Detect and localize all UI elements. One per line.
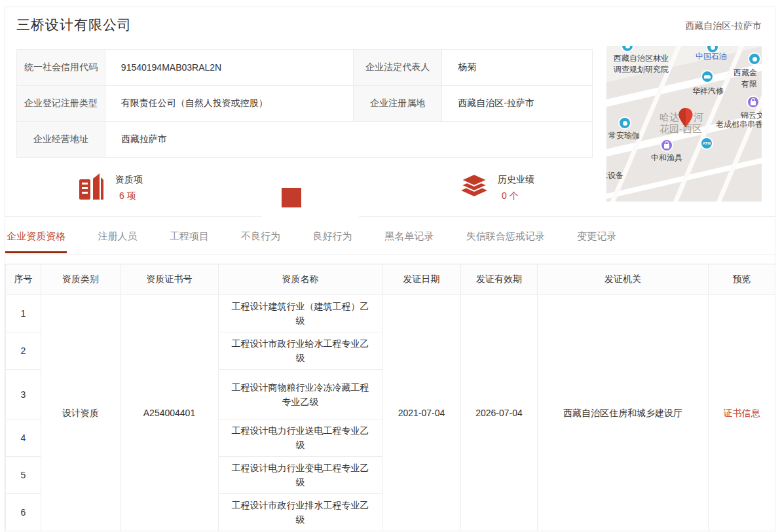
history-stat: 历史业绩 0 个 [498, 174, 534, 202]
col-preview: 预览 [709, 264, 775, 295]
seq-cell: 2 [6, 332, 41, 370]
legal-rep-label: 企业法定代表人 [354, 50, 442, 85]
info-row-1: 统一社会信用代码 91540194MAB03RAL2N 企业法定代表人 杨菊 [17, 50, 593, 86]
seq-cell: 6 [6, 494, 41, 531]
tab-change-records[interactable]: 变更记录 [576, 230, 618, 253]
map-poi-icon [748, 52, 761, 65]
qualification-stat-label: 资质项 [115, 174, 143, 186]
col-valid-until: 发证有效期 [461, 264, 538, 295]
table-header-row: 序号 资质类别 资质证书号 资质名称 发证日期 发证有效期 发证机关 预览 [6, 264, 775, 295]
tab-bad-behavior[interactable]: 不良行为 [240, 230, 282, 253]
qualification-stat: 资质项 6 项 [115, 174, 143, 202]
red-square-placeholder [282, 188, 301, 207]
reg-region-label: 企业注册属地 [354, 86, 442, 121]
map-label-fishing: 中和渔具 [651, 152, 682, 164]
building-icon [77, 171, 106, 204]
credit-code-value: 91540194MAB03RAL2N [105, 50, 354, 85]
tab-registered-personnel[interactable]: 注册人员 [96, 230, 138, 253]
category-cell: 设计资质 [41, 295, 121, 531]
qualification-table: 序号 资质类别 资质证书号 资质名称 发证日期 发证有效期 发证机关 预览 1 … [5, 264, 775, 531]
seq-cell: 4 [6, 419, 41, 457]
credit-code-label: 统一社会信用代码 [17, 50, 105, 85]
company-region: 西藏自治区-拉萨市 [685, 20, 762, 32]
atm-poi-icon: ATM [700, 137, 713, 150]
map-label-car-shop: 华祥汽修 [692, 86, 724, 97]
page-title: 三桥设计有限公司 [16, 16, 132, 34]
col-issue-date: 发证日期 [382, 264, 461, 295]
map-pin-icon [678, 108, 693, 130]
seq-cell: 3 [6, 370, 41, 419]
fishing-poi-icon [660, 139, 673, 152]
address-value: 西藏拉萨市 [105, 122, 593, 157]
yoga-poi-icon [618, 116, 631, 130]
car-poi-icon [701, 70, 714, 83]
qual-name-cell: 工程设计电力行业变电工程专业乙级 [219, 457, 382, 494]
map-label-yoga: 常安瑜伽 [608, 130, 640, 141]
tab-dishonesty-records[interactable]: 失信联合惩戒记录 [465, 230, 546, 253]
col-category: 资质类别 [41, 264, 121, 295]
qual-name-cell: 工程设计商物粮行业冷冻冷藏工程专业乙级 [219, 370, 382, 419]
reg-region-value: 西藏自治区-拉萨市 [442, 86, 593, 121]
qual-name-cell: 工程设计建筑行业（建筑工程）乙级 [219, 295, 382, 332]
issue-date-cell: 2021-07-04 [382, 295, 461, 531]
map-label-forestry: 西藏自治区林业 调查规划研究院 [614, 53, 669, 75]
map-label-petro: 中国石油 [696, 51, 727, 62]
history-stat-value: 0 个 [498, 190, 534, 202]
reg-type-label: 企业登记注册类型 [17, 86, 105, 121]
info-row-2: 企业登记注册类型 有限责任公司（自然人投资或控股） 企业注册属地 西藏自治区-拉… [17, 86, 593, 122]
valid-until-cell: 2026-07-04 [461, 295, 538, 531]
qual-name-cell: 工程设计市政行业排水工程专业乙级 [219, 494, 382, 531]
tab-projects[interactable]: 工程项目 [168, 230, 210, 253]
seq-cell: 1 [6, 295, 41, 332]
qual-name-cell: 工程设计市政行业给水工程专业乙级 [219, 332, 382, 370]
cert-no-cell: A254004401 [121, 295, 219, 531]
tab-qualifications[interactable]: 企业资质资格 [5, 230, 67, 253]
tab-bar: 企业资质资格 注册人员 工程项目 不良行为 良好行为 黑名单记录 失信联合惩戒记… [5, 230, 775, 255]
legal-rep-value: 杨菊 [442, 50, 593, 85]
map-label-chuanchuan: 老成都串串香 [716, 119, 762, 130]
tab-blacklist[interactable]: 黑名单记录 [383, 230, 435, 253]
authority-cell: 西藏自治区住房和城乡建设厅 [538, 295, 709, 531]
map-label-shebei: 水设备 [606, 170, 623, 181]
address-label: 企业经营地址 [17, 122, 105, 157]
reg-type-value: 有限责任公司（自然人投资或控股） [105, 86, 354, 121]
qualification-stat-value: 6 项 [115, 190, 143, 202]
section-divider-right [359, 216, 775, 217]
layers-icon [460, 173, 489, 203]
map-label-jin: 西藏金 有限 [734, 67, 757, 90]
table-row: 1 设计资质 A254004401 工程设计建筑行业（建筑工程）乙级 2021-… [6, 295, 775, 332]
company-info-table: 统一社会信用代码 91540194MAB03RAL2N 企业法定代表人 杨菊 企… [16, 49, 593, 158]
preview-cell: 证书信息 [709, 295, 775, 531]
qual-name-cell: 工程设计电力行业送电工程专业乙级 [219, 419, 382, 457]
col-seq: 序号 [6, 264, 41, 295]
history-stat-label: 历史业绩 [498, 174, 534, 186]
col-authority: 发证机关 [538, 264, 709, 295]
col-cert-no: 资质证书号 [121, 264, 219, 295]
section-divider-left [5, 216, 262, 217]
shop-poi-icon [747, 96, 760, 109]
seq-cell: 5 [6, 457, 41, 494]
certificate-info-link[interactable]: 证书信息 [724, 408, 760, 418]
tab-good-behavior[interactable]: 良好行为 [312, 230, 354, 253]
col-name: 资质名称 [219, 264, 382, 295]
info-row-3: 企业经营地址 西藏拉萨市 [17, 122, 593, 158]
location-map[interactable]: 西藏自治区林业 调查规划研究院 中国石油 西藏金 有限 华祥汽修 锦云文 哈达河… [606, 46, 762, 202]
